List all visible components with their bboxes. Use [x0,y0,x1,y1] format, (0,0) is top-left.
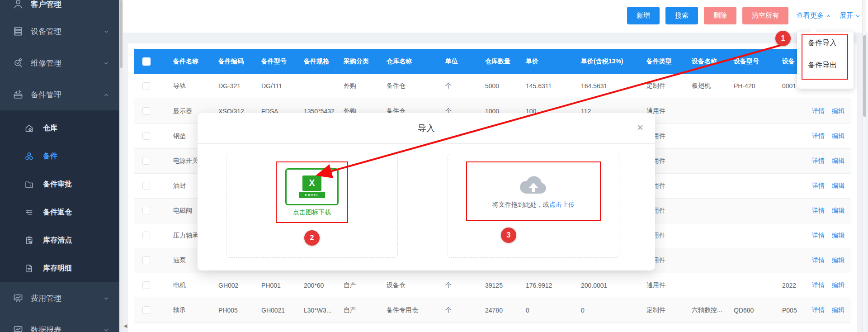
detail-link[interactable]: 详情 [812,107,825,114]
template-download-dropzone[interactable]: X EXCEL 点击图标下载 2 [226,154,398,258]
edit-link[interactable]: 编辑 [832,281,844,289]
cell: GH0021 [257,298,299,323]
expand-link[interactable]: 展开 [840,11,861,20]
sidebar-item-11[interactable]: 数据报表 [0,314,119,332]
cell: 24780 [481,298,521,323]
select-all-checkbox[interactable] [142,57,151,66]
column-header: 设备型号 [729,49,778,74]
row-checkbox[interactable] [142,107,150,115]
edit-link[interactable]: 编辑 [832,132,844,139]
menu-item-import-parts[interactable]: 备件导入 [797,32,854,54]
toolbar-actions: 新增 搜索 删除 清空所有 查看更多 展开 [627,7,861,24]
upload-annotation-box[interactable]: 将文件拖到此处，或点击上传 [466,161,601,221]
actions-cell: 详情编辑 [807,123,851,148]
cell [687,99,729,123]
detail-link[interactable]: 详情 [812,182,825,189]
edit-link[interactable]: 编辑 [832,182,844,189]
cell-value: 200.0001 [581,282,607,289]
detail-link[interactable]: 详情 [812,232,825,239]
delete-button[interactable]: 删除 [704,7,736,24]
row-checkbox[interactable] [142,82,150,90]
excel-file-icon[interactable]: X EXCEL [285,168,339,205]
column-header: 单价 [521,49,576,74]
sidebar-scrollbar[interactable] [119,0,123,332]
sidebar-item-6[interactable]: 备件审批 [0,170,119,198]
click-upload-link[interactable]: 点击上传 [549,201,575,208]
detail-link[interactable]: 详情 [812,306,825,313]
approval-icon [24,180,34,189]
vertical-scrollbar[interactable] [862,0,866,332]
detail-link[interactable]: 详情 [812,256,825,264]
row-checkbox[interactable] [142,182,150,190]
sidebar-item-7[interactable]: 备件返仓 [0,198,119,226]
sidebar-item-label: 费用管理 [31,293,61,304]
edit-link[interactable]: 编辑 [832,107,844,114]
cell-value: 钢垫 [173,132,186,139]
cell: 板翅机 [687,74,729,99]
clear-all-button[interactable]: 清空所有 [742,7,788,24]
edit-link[interactable]: 编辑 [832,306,844,313]
cell: 164.5631 [576,74,642,99]
cell: 176.9912 [521,273,576,298]
column-header-label: 备件型号 [261,57,287,65]
cell-value: PH-420 [734,82,755,90]
horizontal-scroll-left-arrow[interactable]: ◀ [123,323,127,329]
sidebar-item-9[interactable]: 库存明细 [0,254,119,282]
devices-icon [13,26,24,37]
menu-item-export-parts[interactable]: 备件导出 [797,54,854,76]
cell: PH001 [257,273,299,298]
search-button[interactable]: 搜索 [665,7,698,24]
close-icon[interactable]: × [637,113,643,144]
chevron-down-icon [103,295,109,301]
warehouse-icon [24,123,34,133]
row-checkbox[interactable] [142,281,150,289]
expand-label: 展开 [840,11,853,20]
sidebar-item-2[interactable]: 维修管理 [0,47,119,79]
chevron-up-icon [826,13,831,19]
row-checkbox[interactable] [142,232,150,239]
sidebar-item-4[interactable]: 仓库 [0,114,119,142]
edit-link[interactable]: 编辑 [832,157,844,164]
sidebar-item-label: 备件返仓 [43,208,72,217]
sidebar-item-1[interactable]: 设备管理 [0,15,119,47]
actions-cell: 详情编辑 [807,198,851,223]
column-header: 设备名称 [687,49,729,74]
view-more-label: 查看更多 [797,11,824,20]
row-checkbox[interactable] [142,306,150,314]
detail-link[interactable]: 详情 [812,207,825,214]
excel-download-annotation-box[interactable]: X EXCEL 点击图标下载 [276,161,348,223]
sidebar-submenu: 仓库备件备件审批备件返仓库存清点库存明细 [0,110,119,282]
cell-value: 电机 [173,281,186,289]
toolbar: 新增 搜索 删除 清空所有 查看更多 展开 [123,0,868,33]
view-more-link[interactable]: 查看更多 [797,11,831,20]
edit-link[interactable]: 编辑 [832,256,844,264]
sidebar-item-5[interactable]: 备件 [0,142,119,170]
sidebar-item-10[interactable]: 费用管理 [0,282,119,314]
actions-cell: 详情编辑 [807,223,851,248]
row-checkbox[interactable] [142,256,150,264]
sidebar-item-label: 设备管理 [31,26,61,37]
column-header: 备件编码 [214,49,257,74]
edit-link[interactable]: 编辑 [832,232,844,239]
detail-link[interactable]: 详情 [812,281,825,289]
cell [778,248,807,273]
cell-value: 0 [581,307,585,314]
detail-link[interactable]: 详情 [812,132,825,139]
sidebar-item-0[interactable]: 客户管理 [0,0,119,15]
edit-link[interactable]: 编辑 [832,207,844,214]
sidebar-scrollbar-thumb[interactable] [120,0,123,68]
cell: DG-321 [214,74,257,99]
add-button[interactable]: 新增 [627,7,660,24]
sidebar-item-3[interactable]: 备件管理 [0,79,119,110]
vertical-scrollbar-thumb[interactable] [863,35,866,117]
row-checkbox[interactable] [142,207,150,214]
cell: P005 [778,298,807,323]
detail-link[interactable]: 详情 [812,157,825,164]
row-checkbox[interactable] [142,157,150,165]
file-upload-dropzone[interactable]: 将文件拖到此处，或点击上传 3 [448,154,619,258]
sidebar-item-label: 备件 [43,152,57,161]
sidebar-item-8[interactable]: 库存清点 [0,226,119,254]
import-modal: 导入 × X EXCEL 点击图标下载 2 将文件拖到此处，或点击上传 [198,113,655,270]
chevron-down-icon [103,327,109,332]
row-checkbox[interactable] [142,132,150,140]
